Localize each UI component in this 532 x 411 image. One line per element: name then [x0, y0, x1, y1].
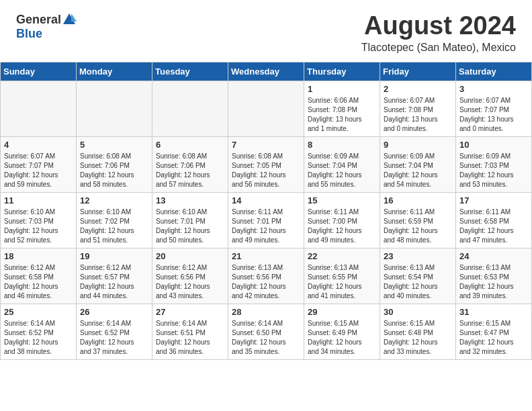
calendar-cell: 21Sunrise: 6:13 AM Sunset: 6:56 PM Dayli…	[228, 248, 304, 304]
weekday-header-row: SundayMondayTuesdayWednesdayThursdayFrid…	[1, 62, 532, 81]
calendar-cell	[1, 81, 77, 136]
calendar-cell: 5Sunrise: 6:08 AM Sunset: 7:06 PM Daylig…	[77, 136, 152, 192]
day-number: 5	[80, 140, 148, 150]
day-info: Sunrise: 6:13 AM Sunset: 6:55 PM Dayligh…	[308, 263, 376, 301]
day-info: Sunrise: 6:10 AM Sunset: 7:02 PM Dayligh…	[80, 208, 148, 245]
calendar-cell: 15Sunrise: 6:11 AM Sunset: 7:00 PM Dayli…	[304, 192, 380, 248]
day-number: 14	[232, 195, 300, 205]
weekday-header-wednesday: Wednesday	[228, 62, 304, 81]
day-info: Sunrise: 6:07 AM Sunset: 7:08 PM Dayligh…	[384, 96, 452, 134]
day-info: Sunrise: 6:08 AM Sunset: 7:05 PM Dayligh…	[232, 152, 300, 189]
calendar-cell: 25Sunrise: 6:14 AM Sunset: 6:52 PM Dayli…	[1, 304, 77, 359]
calendar-cell: 22Sunrise: 6:13 AM Sunset: 6:55 PM Dayli…	[304, 248, 380, 304]
day-info: Sunrise: 6:09 AM Sunset: 7:03 PM Dayligh…	[459, 152, 528, 189]
logo: General Blue	[16, 12, 77, 41]
day-info: Sunrise: 6:08 AM Sunset: 7:06 PM Dayligh…	[80, 152, 148, 189]
calendar-cell: 8Sunrise: 6:09 AM Sunset: 7:04 PM Daylig…	[304, 136, 380, 192]
day-number: 7	[232, 140, 300, 150]
day-number: 31	[459, 307, 528, 317]
calendar-cell: 27Sunrise: 6:14 AM Sunset: 6:51 PM Dayli…	[152, 304, 228, 359]
day-number: 3	[459, 84, 528, 94]
day-info: Sunrise: 6:07 AM Sunset: 7:07 PM Dayligh…	[4, 152, 73, 189]
day-number: 13	[156, 195, 224, 205]
weekday-header-thursday: Thursday	[304, 62, 380, 81]
calendar-cell	[77, 81, 152, 136]
day-number: 12	[80, 195, 148, 205]
calendar-cell: 16Sunrise: 6:11 AM Sunset: 6:59 PM Dayli…	[380, 192, 456, 248]
day-number: 22	[308, 251, 376, 261]
weekday-header-friday: Friday	[380, 62, 456, 81]
day-number: 24	[459, 251, 528, 261]
day-info: Sunrise: 6:11 AM Sunset: 7:01 PM Dayligh…	[232, 208, 300, 245]
title-section: August 2024 Tlacotepec (San Mateo), Mexi…	[361, 12, 516, 54]
day-number: 6	[156, 140, 224, 150]
calendar-cell: 18Sunrise: 6:12 AM Sunset: 6:58 PM Dayli…	[1, 248, 77, 304]
calendar-cell: 20Sunrise: 6:12 AM Sunset: 6:56 PM Dayli…	[152, 248, 228, 304]
day-info: Sunrise: 6:12 AM Sunset: 6:57 PM Dayligh…	[80, 263, 148, 301]
day-number: 2	[384, 84, 452, 94]
calendar-table: SundayMondayTuesdayWednesdayThursdayFrid…	[0, 62, 532, 360]
day-info: Sunrise: 6:15 AM Sunset: 6:49 PM Dayligh…	[308, 319, 376, 357]
calendar-cell: 4Sunrise: 6:07 AM Sunset: 7:07 PM Daylig…	[1, 136, 77, 192]
calendar-cell: 26Sunrise: 6:14 AM Sunset: 6:52 PM Dayli…	[77, 304, 152, 359]
day-number: 8	[308, 140, 376, 150]
day-info: Sunrise: 6:11 AM Sunset: 7:00 PM Dayligh…	[308, 208, 376, 245]
day-number: 27	[156, 307, 224, 317]
day-number: 25	[4, 307, 73, 317]
logo-icon	[62, 12, 77, 27]
day-info: Sunrise: 6:13 AM Sunset: 6:56 PM Dayligh…	[232, 263, 300, 301]
day-number: 18	[4, 251, 73, 261]
day-info: Sunrise: 6:09 AM Sunset: 7:04 PM Dayligh…	[308, 152, 376, 189]
day-number: 26	[80, 307, 148, 317]
calendar-cell: 3Sunrise: 6:07 AM Sunset: 7:07 PM Daylig…	[456, 81, 532, 136]
svg-marker-1	[71, 13, 77, 21]
location-subtitle: Tlacotepec (San Mateo), Mexico	[361, 42, 516, 54]
calendar-cell: 10Sunrise: 6:09 AM Sunset: 7:03 PM Dayli…	[456, 136, 532, 192]
calendar-cell: 24Sunrise: 6:13 AM Sunset: 6:53 PM Dayli…	[456, 248, 532, 304]
day-number: 19	[80, 251, 148, 261]
calendar-cell: 31Sunrise: 6:15 AM Sunset: 6:47 PM Dayli…	[456, 304, 532, 359]
calendar-week-3: 11Sunrise: 6:10 AM Sunset: 7:03 PM Dayli…	[1, 192, 532, 248]
calendar-cell	[228, 81, 304, 136]
calendar-cell: 9Sunrise: 6:09 AM Sunset: 7:04 PM Daylig…	[380, 136, 456, 192]
weekday-header-saturday: Saturday	[456, 62, 532, 81]
day-info: Sunrise: 6:08 AM Sunset: 7:06 PM Dayligh…	[156, 152, 224, 189]
calendar-cell: 12Sunrise: 6:10 AM Sunset: 7:02 PM Dayli…	[77, 192, 152, 248]
calendar-cell: 19Sunrise: 6:12 AM Sunset: 6:57 PM Dayli…	[77, 248, 152, 304]
day-number: 30	[384, 307, 452, 317]
day-info: Sunrise: 6:10 AM Sunset: 7:03 PM Dayligh…	[4, 208, 73, 245]
day-number: 17	[459, 195, 528, 205]
calendar-cell: 28Sunrise: 6:14 AM Sunset: 6:50 PM Dayli…	[228, 304, 304, 359]
day-info: Sunrise: 6:07 AM Sunset: 7:07 PM Dayligh…	[459, 96, 528, 134]
day-number: 4	[4, 140, 73, 150]
day-info: Sunrise: 6:13 AM Sunset: 6:54 PM Dayligh…	[384, 263, 452, 301]
day-number: 29	[308, 307, 376, 317]
day-info: Sunrise: 6:13 AM Sunset: 6:53 PM Dayligh…	[459, 263, 528, 301]
day-number: 15	[308, 195, 376, 205]
day-number: 1	[308, 84, 376, 94]
day-number: 21	[232, 251, 300, 261]
weekday-header-sunday: Sunday	[1, 62, 77, 81]
logo-general-text: General	[16, 13, 61, 27]
day-info: Sunrise: 6:14 AM Sunset: 6:52 PM Dayligh…	[80, 319, 148, 357]
day-number: 9	[384, 140, 452, 150]
calendar-cell: 7Sunrise: 6:08 AM Sunset: 7:05 PM Daylig…	[228, 136, 304, 192]
calendar-week-2: 4Sunrise: 6:07 AM Sunset: 7:07 PM Daylig…	[1, 136, 532, 192]
calendar-cell: 6Sunrise: 6:08 AM Sunset: 7:06 PM Daylig…	[152, 136, 228, 192]
calendar-cell	[152, 81, 228, 136]
day-number: 20	[156, 251, 224, 261]
day-info: Sunrise: 6:11 AM Sunset: 6:59 PM Dayligh…	[384, 208, 452, 245]
day-number: 16	[384, 195, 452, 205]
day-info: Sunrise: 6:15 AM Sunset: 6:48 PM Dayligh…	[384, 319, 452, 357]
day-info: Sunrise: 6:10 AM Sunset: 7:01 PM Dayligh…	[156, 208, 224, 245]
day-info: Sunrise: 6:15 AM Sunset: 6:47 PM Dayligh…	[459, 319, 528, 357]
calendar-cell: 14Sunrise: 6:11 AM Sunset: 7:01 PM Dayli…	[228, 192, 304, 248]
calendar-week-1: 1Sunrise: 6:06 AM Sunset: 7:08 PM Daylig…	[1, 81, 532, 136]
calendar-week-5: 25Sunrise: 6:14 AM Sunset: 6:52 PM Dayli…	[1, 304, 532, 359]
calendar-cell: 23Sunrise: 6:13 AM Sunset: 6:54 PM Dayli…	[380, 248, 456, 304]
day-number: 11	[4, 195, 73, 205]
page-header: General Blue August 2024 Tlacotepec (San…	[0, 0, 532, 56]
calendar-cell: 13Sunrise: 6:10 AM Sunset: 7:01 PM Dayli…	[152, 192, 228, 248]
day-number: 10	[459, 140, 528, 150]
calendar-cell: 17Sunrise: 6:11 AM Sunset: 6:58 PM Dayli…	[456, 192, 532, 248]
